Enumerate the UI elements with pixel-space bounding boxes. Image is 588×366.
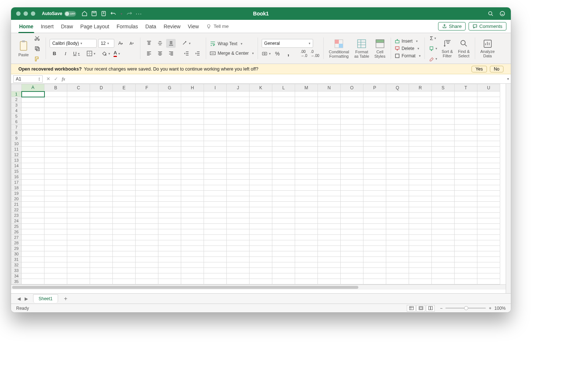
cell-C17[interactable]	[67, 180, 90, 185]
cell-B14[interactable]	[44, 163, 67, 169]
cell-R22[interactable]	[409, 207, 432, 213]
row-header-35[interactable]: 35	[11, 279, 22, 284]
cell-D31[interactable]	[90, 257, 113, 262]
cell-B6[interactable]	[44, 119, 67, 125]
cell-M27[interactable]	[295, 235, 318, 240]
cell-G2[interactable]	[158, 97, 181, 103]
cell-I11[interactable]	[204, 147, 227, 152]
next-sheet-button[interactable]: ▶	[23, 295, 29, 302]
cell-I35[interactable]	[204, 279, 227, 284]
vertical-scrollbar[interactable]	[506, 84, 511, 293]
cell-A14[interactable]	[22, 163, 44, 169]
cell-J7[interactable]	[227, 125, 250, 130]
cell-A29[interactable]	[22, 246, 44, 251]
cell-M16[interactable]	[295, 174, 318, 180]
cell-N32[interactable]	[318, 262, 341, 268]
cell-Q30[interactable]	[386, 251, 409, 257]
cell-U11[interactable]	[477, 147, 500, 152]
cell-T9[interactable]	[455, 136, 477, 141]
cell-Q28[interactable]	[386, 240, 409, 246]
cell-Q24[interactable]	[386, 218, 409, 224]
cell-D12[interactable]	[90, 152, 113, 158]
cell-R32[interactable]	[409, 262, 432, 268]
cell-F28[interactable]	[136, 240, 158, 246]
cell-N16[interactable]	[318, 174, 341, 180]
col-header-I[interactable]: I	[204, 84, 227, 92]
col-header-M[interactable]: M	[295, 84, 318, 92]
cell-P25[interactable]	[363, 224, 386, 229]
cell-L8[interactable]	[272, 130, 295, 136]
cell-Q29[interactable]	[386, 246, 409, 251]
cell-S33[interactable]	[432, 268, 455, 273]
cell-H14[interactable]	[181, 163, 204, 169]
sheet-tab-active[interactable]: Sheet1	[33, 294, 58, 303]
tab-view[interactable]: View	[184, 20, 202, 33]
cell-N29[interactable]	[318, 246, 341, 251]
cell-S24[interactable]	[432, 218, 455, 224]
row-header-9[interactable]: 9	[11, 136, 22, 141]
col-header-O[interactable]: O	[341, 84, 363, 92]
cell-B4[interactable]	[44, 108, 67, 114]
row-header-3[interactable]: 3	[11, 103, 22, 108]
cell-R25[interactable]	[409, 224, 432, 229]
cell-G30[interactable]	[158, 251, 181, 257]
cell-H21[interactable]	[181, 202, 204, 207]
cell-P17[interactable]	[363, 180, 386, 185]
font-size-dropdown[interactable]: 12▾	[98, 39, 114, 48]
zoom-slider[interactable]	[445, 308, 486, 309]
cell-U30[interactable]	[477, 251, 500, 257]
cell-N1[interactable]	[318, 92, 341, 97]
cell-B30[interactable]	[44, 251, 67, 257]
cell-O23[interactable]	[341, 213, 363, 218]
cell-K28[interactable]	[250, 240, 272, 246]
cell-M11[interactable]	[295, 147, 318, 152]
row-header-8[interactable]: 8	[11, 130, 22, 136]
cell-E20[interactable]	[113, 196, 136, 202]
col-header-T[interactable]: T	[455, 84, 477, 92]
cell-N21[interactable]	[318, 202, 341, 207]
cell-F24[interactable]	[136, 218, 158, 224]
cell-A34[interactable]	[22, 273, 44, 279]
cell-T34[interactable]	[455, 273, 477, 279]
cell-K30[interactable]	[250, 251, 272, 257]
cell-R33[interactable]	[409, 268, 432, 273]
cell-P31[interactable]	[363, 257, 386, 262]
cell-C20[interactable]	[67, 196, 90, 202]
save-icon[interactable]	[91, 10, 97, 17]
cell-P24[interactable]	[363, 218, 386, 224]
cell-P9[interactable]	[363, 136, 386, 141]
cell-L30[interactable]	[272, 251, 295, 257]
col-header-B[interactable]: B	[44, 84, 67, 92]
cell-A1[interactable]	[22, 92, 44, 97]
cell-T13[interactable]	[455, 158, 477, 163]
zoom-icon[interactable]	[31, 11, 35, 16]
cell-F27[interactable]	[136, 235, 158, 240]
cell-J30[interactable]	[227, 251, 250, 257]
cell-Q20[interactable]	[386, 196, 409, 202]
align-bottom-button[interactable]	[166, 39, 176, 48]
cell-L26[interactable]	[272, 229, 295, 235]
cell-O15[interactable]	[341, 169, 363, 174]
cell-T18[interactable]	[455, 185, 477, 191]
cell-A21[interactable]	[22, 202, 44, 207]
cell-C27[interactable]	[67, 235, 90, 240]
cell-D21[interactable]	[90, 202, 113, 207]
cell-P19[interactable]	[363, 191, 386, 196]
cell-P16[interactable]	[363, 174, 386, 180]
cell-A19[interactable]	[22, 191, 44, 196]
cell-Q26[interactable]	[386, 229, 409, 235]
cell-E25[interactable]	[113, 224, 136, 229]
cell-N31[interactable]	[318, 257, 341, 262]
tab-formulas[interactable]: Formulas	[113, 20, 141, 33]
cell-T21[interactable]	[455, 202, 477, 207]
cell-O19[interactable]	[341, 191, 363, 196]
cell-R16[interactable]	[409, 174, 432, 180]
cell-Q21[interactable]	[386, 202, 409, 207]
cell-D30[interactable]	[90, 251, 113, 257]
cell-A24[interactable]	[22, 218, 44, 224]
cell-R31[interactable]	[409, 257, 432, 262]
cell-E31[interactable]	[113, 257, 136, 262]
cell-D25[interactable]	[90, 224, 113, 229]
cell-E27[interactable]	[113, 235, 136, 240]
col-header-G[interactable]: G	[158, 84, 181, 92]
